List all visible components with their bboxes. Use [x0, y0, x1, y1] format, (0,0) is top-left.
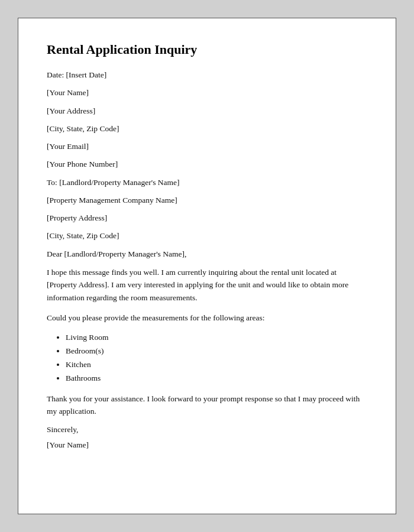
sender-phone: [Your Phone Number]	[47, 158, 367, 170]
to-line: To: [Landlord/Property Manager's Name]	[47, 177, 367, 189]
signature-name: [Your Name]	[47, 440, 367, 450]
date-line: Date: [Insert Date]	[47, 69, 367, 81]
document-title: Rental Application Inquiry	[47, 42, 367, 57]
closing-word: Sincerely,	[47, 425, 367, 434]
list-item: Bedroom(s)	[66, 345, 367, 358]
paragraph-intro: I hope this message finds you well. I am…	[47, 266, 367, 304]
salutation: Dear [Landlord/Property Manager's Name],	[47, 248, 367, 260]
list-item: Bathrooms	[66, 372, 367, 385]
sender-city: [City, State, Zip Code]	[47, 123, 367, 135]
paragraph-request: Could you please provide the measurement…	[47, 312, 367, 325]
company-name: [Property Management Company Name]	[47, 194, 367, 206]
list-item: Living Room	[66, 331, 367, 345]
areas-list: Living Room Bedroom(s) Kitchen Bathrooms	[66, 331, 367, 385]
property-address: [Property Address]	[47, 212, 367, 224]
recipient-city: [City, State, Zip Code]	[47, 230, 367, 242]
sender-email: [Your Email]	[47, 141, 367, 153]
sender-name: [Your Name]	[47, 87, 367, 99]
list-item: Kitchen	[66, 358, 367, 372]
paragraph-closing: Thank you for your assistance. I look fo…	[47, 392, 367, 418]
sender-address: [Your Address]	[47, 105, 367, 117]
document-container: Rental Application Inquiry Date: [Insert…	[18, 18, 396, 514]
